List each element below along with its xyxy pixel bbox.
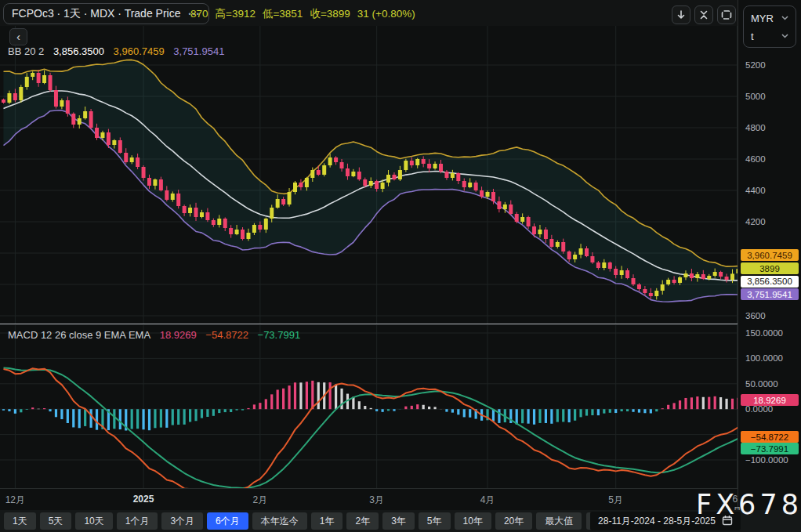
- arrow-down-icon: [675, 9, 687, 21]
- price-tick: 5200: [745, 60, 766, 70]
- time-axis-label: 2025: [133, 494, 154, 505]
- price-tick: 4800: [745, 123, 766, 132]
- scroll-down-button[interactable]: [672, 5, 690, 24]
- bb-basis-value: 3,856.3500: [53, 45, 104, 57]
- unit-selector[interactable]: t: [751, 27, 788, 45]
- range-button-7[interactable]: 1年: [311, 512, 343, 530]
- axis-price-badge: 3899: [741, 262, 799, 274]
- axis-price-badge: 3,960.7459: [741, 249, 799, 261]
- top-toolbar: FCPOc3 · 1天 · MDX · Trade Price ••• 870高…: [0, 0, 738, 26]
- fullscreen-button[interactable]: [717, 5, 736, 24]
- macd-tick: −100.0000: [745, 455, 788, 465]
- trading-chart-app: FCPOc3 · 1天 · MDX · Trade Price ••• 870高…: [0, 0, 801, 532]
- collapse-pane-button[interactable]: [694, 5, 713, 24]
- frame-icon: [720, 9, 733, 21]
- axis-price-badge: 3,751.9541: [741, 288, 799, 300]
- range-button-1[interactable]: 5天: [40, 512, 72, 530]
- macd-signal-value: −73.7991: [258, 329, 301, 341]
- ohlc-high: 高=3912: [216, 8, 256, 20]
- time-axis-label: 2月: [253, 494, 268, 507]
- range-button-2[interactable]: 10天: [75, 512, 112, 530]
- time-axis-label: 4月: [480, 494, 495, 507]
- calendar-icon: [722, 515, 733, 528]
- price-tick: 4200: [745, 217, 766, 226]
- back-button[interactable]: ‹: [9, 28, 27, 45]
- bb-label: BB 20 2: [8, 45, 44, 57]
- date-range-box[interactable]: 28-11月-2024 - 28-5月-2025: [590, 512, 741, 530]
- unit-selector-box: MYR t: [743, 5, 796, 48]
- bb-lower-value: 3,751.9541: [173, 45, 224, 57]
- price-tick: 4600: [745, 154, 766, 164]
- time-axis-label: 3月: [369, 494, 384, 507]
- ohlc-readout: 870高=3912低=3851收=389931 (+0.80%): [190, 7, 422, 21]
- chevron-down-icon: [781, 16, 788, 20]
- range-button-0[interactable]: 1天: [4, 512, 36, 530]
- bb-upper-value: 3,960.7459: [114, 45, 165, 57]
- ohlc-change: 31 (+0.80%): [357, 8, 415, 20]
- macd-tick: 150.0000: [745, 328, 783, 338]
- time-axis-label: 5月: [608, 494, 623, 507]
- date-range-text: 28-11月-2024 - 28-5月-2025: [598, 515, 716, 528]
- unit-value: t: [751, 31, 754, 42]
- price-tick: 5000: [745, 92, 766, 101]
- currency-value: MYR: [751, 13, 774, 24]
- currency-selector[interactable]: MYR: [751, 9, 788, 27]
- axis-price-badge: 18.9269: [741, 394, 799, 406]
- bb-indicator-header[interactable]: BB 20 2 3,856.3500 3,960.7459 3,751.9541: [8, 45, 230, 57]
- collapse-icon: [698, 9, 710, 21]
- macd-tick: 100.0000: [745, 353, 783, 363]
- time-axis[interactable]: 12月20252月3月4月5月6月: [0, 489, 738, 510]
- macd-indicator-header[interactable]: MACD 12 26 close 9 EMA EMA 18.9269 −54.8…: [8, 329, 306, 341]
- range-button-13[interactable]: 最大值: [536, 512, 582, 530]
- price-axis[interactable]: MYR t 5200500048004600440042003600150.00…: [738, 0, 801, 510]
- symbol-description[interactable]: FCPOc3 · 1天 · MDX · Trade Price •••: [3, 3, 209, 24]
- ohlc-close: 收=3899: [310, 8, 350, 20]
- range-buttons: 1天5天10天1个月3个月6个月本年迄今1年2年3年5年10年20年最大值: [4, 512, 582, 530]
- range-button-8[interactable]: 2年: [346, 512, 379, 530]
- ohlc-open: 870: [190, 8, 208, 20]
- range-button-5[interactable]: 6个月: [207, 512, 248, 530]
- macd-pane-chart[interactable]: [0, 325, 738, 488]
- pane-divider[interactable]: [0, 324, 801, 324]
- macd-label: MACD 12 26 close 9 EMA EMA: [8, 329, 150, 341]
- range-toolbar: 1天5天10天1个月3个月6个月本年迄今1年2年3年5年10年20年最大值 28…: [0, 510, 801, 532]
- axis-price-badge: 3,856.3500: [741, 276, 799, 288]
- price-pane-chart[interactable]: [0, 26, 738, 324]
- time-axis-label: 12月: [5, 494, 25, 507]
- symbol-title: FCPOc3 · 1天 · MDX · Trade Price: [12, 7, 180, 21]
- range-button-4[interactable]: 3个月: [161, 512, 203, 530]
- ohlc-low: 低=3851: [263, 8, 303, 20]
- toolbar-buttons: [672, 5, 736, 24]
- price-tick: 3600: [745, 311, 766, 320]
- range-button-11[interactable]: 10年: [455, 512, 491, 530]
- macd-tick: 50.0000: [745, 379, 778, 389]
- range-button-3[interactable]: 1个月: [117, 512, 158, 530]
- range-button-9[interactable]: 3年: [382, 512, 415, 530]
- range-button-12[interactable]: 20年: [495, 512, 532, 530]
- axis-price-badge: −73.7991: [741, 443, 799, 454]
- axis-price-badge: −54.8722: [741, 431, 799, 443]
- macd-line-value: −54.8722: [205, 329, 248, 341]
- price-tick: 4400: [745, 186, 766, 195]
- macd-histogram-value: 18.9269: [160, 329, 197, 341]
- range-button-10[interactable]: 5年: [419, 512, 451, 530]
- range-button-6[interactable]: 本年迄今: [252, 512, 307, 530]
- chevron-down-icon: [781, 34, 788, 38]
